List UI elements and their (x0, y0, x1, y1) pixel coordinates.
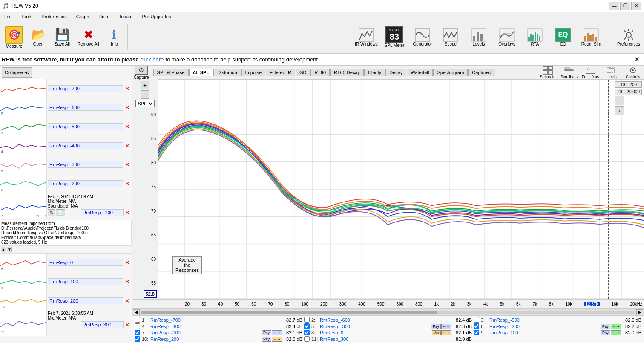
spl-meter-button[interactable]: dB SPL 83 SPL Meter (381, 23, 408, 52)
zoom-in-button[interactable]: + (141, 81, 149, 89)
legend-name-10[interactable]: RmResp_200 (150, 337, 260, 342)
legend-cb-1[interactable] (135, 317, 140, 323)
psy-arrow-10[interactable]: ←→ (272, 337, 282, 342)
legend-cb-5[interactable] (304, 323, 310, 329)
legend-cb-6[interactable] (474, 323, 479, 329)
ir-windows-button[interactable]: IR Windows (353, 23, 380, 52)
meas-name-input-11[interactable] (81, 321, 124, 328)
tab-distortion[interactable]: Distortion (213, 69, 241, 76)
meas-edit-7[interactable]: ✎ (48, 209, 55, 216)
meas-delete-2[interactable]: ✕ (124, 104, 131, 111)
meas-name-input-3[interactable] (48, 123, 123, 130)
save-all-button[interactable]: 💾 Save All (50, 23, 74, 52)
meas-preview-10[interactable]: 10 (0, 291, 47, 310)
legend-cb-7[interactable] (135, 330, 140, 335)
legend-cb-2[interactable] (304, 317, 310, 323)
legend-cb-10[interactable] (135, 336, 140, 342)
psy-arrow-7[interactable]: ←→ (272, 330, 282, 335)
capture-button[interactable]: ⊙ Capture (134, 66, 149, 80)
menu-help[interactable]: Help (96, 14, 111, 20)
collapse-button[interactable]: Collapse ≪ (2, 67, 32, 78)
tab-captured[interactable]: Captured (468, 69, 495, 76)
var-arrow-8[interactable]: ←→ (441, 330, 451, 335)
legend-name-3[interactable]: RmResp_-500 (489, 317, 621, 323)
meas-name-input-2[interactable] (48, 104, 123, 111)
rta-button[interactable]: RTA (521, 23, 549, 52)
info-button[interactable]: ℹ Info (103, 23, 126, 52)
menu-graph[interactable]: Graph (74, 14, 92, 20)
chart-container[interactable]: 10 .. 200 20 .. 20,000 − + Average the R… (158, 79, 644, 299)
psy-arrow-6[interactable]: ←→ (611, 324, 621, 329)
close-donation-button[interactable]: ✕ (632, 55, 642, 63)
menu-donate[interactable]: Donate (115, 14, 135, 20)
meas-preview-3[interactable]: 3 (0, 117, 47, 136)
meas-preview-5[interactable]: 5 (0, 155, 47, 174)
psy-arrow-9[interactable]: ←→ (611, 330, 621, 335)
meas-notes-scroll-up[interactable]: ▲ (1, 247, 6, 252)
average-responses-button[interactable]: Average the Responses (172, 256, 202, 274)
menu-pro-upgrades[interactable]: Pro Upgrades (139, 14, 173, 20)
tab-impulse[interactable]: Impulse (242, 69, 266, 76)
legend-cb-9[interactable] (474, 330, 479, 335)
preferences-button[interactable]: Preferences (615, 23, 642, 52)
tab-spectrogram[interactable]: Spectrogram (433, 69, 468, 76)
meas-name-input-6[interactable] (48, 180, 123, 187)
legend-cb-11[interactable] (304, 336, 310, 342)
psy-btn-7[interactable]: Psy (262, 330, 271, 335)
limits-button[interactable]: Limits (602, 66, 621, 79)
meas-preview-1[interactable]: 1 (0, 79, 47, 98)
meas-name-input-5[interactable] (48, 161, 123, 168)
legend-name-11[interactable]: RmResp_300 (320, 337, 451, 342)
scrollbar-track[interactable] (141, 311, 635, 314)
psy-arrow-5[interactable]: ←→ (441, 324, 451, 329)
range-10-200[interactable]: 10 .. 200 (615, 81, 642, 88)
meas-notes-scroll-down[interactable]: ▼ (7, 247, 12, 252)
scroll-left-button[interactable]: ◀ (133, 309, 140, 315)
zoom-out-button[interactable]: − (141, 90, 149, 99)
menu-preferences[interactable]: Preferences (39, 14, 69, 20)
measure-button[interactable]: 🎯 Measure (2, 23, 26, 52)
generator-button[interactable]: Generator (409, 23, 436, 52)
meas-notes-7[interactable]: 📄 (56, 209, 65, 216)
legend-name-6[interactable]: RmResp_-200 (489, 324, 599, 329)
legend-name-8[interactable]: RmResp_0 (320, 330, 430, 335)
scope-button[interactable]: Scope (437, 23, 464, 52)
psy-btn-10[interactable]: Psy (262, 337, 271, 342)
tab-rt60-decay[interactable]: RT60 Decay (330, 69, 364, 76)
tab-filtered-ir[interactable]: Filtered IR (266, 69, 295, 76)
tab-waterfall[interactable]: Waterfall (407, 69, 433, 76)
tab-all-spl[interactable]: All SPL (189, 69, 213, 76)
meas-delete-10[interactable]: ✕ (124, 297, 131, 304)
controls-button[interactable]: Controls (624, 66, 642, 79)
meas-preview-11[interactable]: 11 (0, 310, 47, 336)
legend-name-4[interactable]: RmResp_-400 (150, 324, 282, 329)
meas-delete-4[interactable]: ✕ (124, 142, 131, 149)
meas-preview-9[interactable]: 9 (0, 272, 47, 291)
donation-link[interactable]: click here (140, 56, 164, 63)
legend-cb-8[interactable] (304, 330, 310, 335)
psy-btn-6[interactable]: Psy (601, 324, 610, 329)
meas-delete-8[interactable]: ✕ (124, 259, 131, 266)
legend-name-1[interactable]: RmResp_-700 (150, 317, 282, 323)
legend-cb-3[interactable] (474, 317, 479, 323)
minimize-button[interactable]: — (609, 2, 619, 10)
zoom-plus-button[interactable]: + (615, 106, 624, 115)
meas-preview-7[interactable]: 7 20.0k (0, 193, 47, 219)
menu-file[interactable]: File (2, 14, 14, 20)
open-button[interactable]: 📂 Open (26, 23, 50, 52)
maximize-button[interactable]: ❐ (620, 2, 630, 10)
scrollbar-thumb[interactable] (141, 311, 437, 314)
meas-delete-1[interactable]: ✕ (124, 85, 131, 92)
overlays-button[interactable]: Overlays (493, 23, 520, 52)
legend-name-5[interactable]: RmResp_-300 (320, 324, 429, 329)
meas-name-input-7[interactable] (81, 209, 124, 216)
meas-preview-4[interactable]: 4 (0, 136, 47, 155)
separate-button[interactable]: Separate (538, 66, 557, 79)
legend-name-7[interactable]: RmResp_-100 (150, 330, 260, 335)
tab-gd[interactable]: GD (296, 69, 310, 76)
tab-rt60[interactable]: RT60 (310, 69, 330, 76)
levels-button[interactable]: Levels (465, 23, 492, 52)
meas-delete-6[interactable]: ✕ (124, 180, 131, 187)
eq-button[interactable]: EQ EQ (549, 23, 577, 52)
meas-name-input-4[interactable] (48, 142, 123, 149)
